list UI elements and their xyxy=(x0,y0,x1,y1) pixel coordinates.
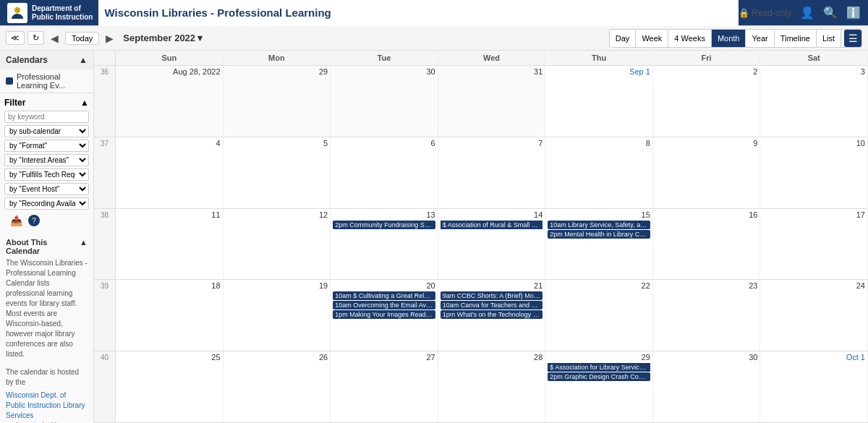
calendar-toolbar: ≪ ↻ ◀ Today ▶ September 2022 ▾ Day Week … xyxy=(0,26,868,51)
view-timeline-button[interactable]: Timeline xyxy=(775,30,817,47)
day-number: 27 xyxy=(333,353,435,362)
calendar-day[interactable]: 16 xyxy=(653,209,761,280)
user-icon-button[interactable]: 👤 xyxy=(800,6,814,20)
event-chip[interactable]: 2pm Community Fundraising Success Storie xyxy=(333,221,435,229)
info-icon-button[interactable]: ℹ️ xyxy=(846,6,861,20)
recording-select[interactable]: by "Recording Available" xyxy=(4,197,89,210)
col-mon: Mon xyxy=(224,51,331,65)
calendar-day[interactable]: 4 xyxy=(116,137,224,208)
calendar-day[interactable]: 2010am $ Cultivating a Great Relationshi… xyxy=(331,280,438,351)
week-number: 38 xyxy=(94,209,116,280)
calendar-day[interactable]: 18 xyxy=(116,280,224,351)
day-number: 18 xyxy=(118,281,221,290)
calendar-day[interactable]: 19 xyxy=(224,280,331,351)
calendar-day[interactable]: 219am CCBC Shorts: A (Brief) Monthly Loo… xyxy=(438,280,546,351)
calendar-day[interactable]: 30 xyxy=(653,351,761,422)
view-week-button[interactable]: Week xyxy=(636,30,668,47)
calendar-day[interactable]: 27 xyxy=(331,351,438,422)
day-number: 9 xyxy=(655,139,758,148)
event-chip[interactable]: 9am CCBC Shorts: A (Brief) Monthly Look … xyxy=(441,291,543,300)
lock-icon: 🔒 xyxy=(739,8,749,18)
keyword-input[interactable] xyxy=(4,111,89,123)
calendar-day[interactable]: 8 xyxy=(545,137,653,208)
col-tue: Tue xyxy=(331,51,438,65)
day-number: 20 xyxy=(333,281,435,290)
event-chip[interactable]: 10am Canva for Teachers and Librarians (… xyxy=(441,301,543,309)
about-section: About This Calendar ▲ The Wisconsin Libr… xyxy=(0,234,93,423)
calendars-label: Calendars xyxy=(6,55,48,65)
calendar-day[interactable]: 26 xyxy=(224,351,331,422)
view-list-button[interactable]: List xyxy=(817,30,841,47)
calendars-header[interactable]: Calendars ▲ xyxy=(0,51,93,69)
calendar-day[interactable]: 31 xyxy=(438,66,546,137)
event-chip[interactable]: 10am $ Cultivating a Great Relationship … xyxy=(333,291,435,300)
calendar-day[interactable]: 29$ Association for Library Service to C… xyxy=(545,351,653,422)
header-actions: 🔒 Read-only 👤 🔍 ℹ️ xyxy=(739,6,861,20)
calendar-day[interactable]: 14$ Association of Rural & Small Librari… xyxy=(438,209,546,280)
calendar-day[interactable]: 132pm Community Fundraising Success Stor… xyxy=(331,209,438,280)
format-select[interactable]: by "Format" xyxy=(4,140,89,152)
event-chip[interactable]: $ Association for Library Service to Chi… xyxy=(548,363,650,372)
svg-point-0 xyxy=(14,7,20,13)
calendar-day[interactable]: 23 xyxy=(653,280,761,351)
search-icon-button[interactable]: 🔍 xyxy=(823,6,838,20)
calendar-day[interactable]: 11 xyxy=(116,209,224,280)
calendar-day[interactable]: 17 xyxy=(760,209,868,280)
view-year-button[interactable]: Year xyxy=(746,30,774,47)
view-month-button[interactable]: Month xyxy=(712,30,746,47)
refresh-button[interactable]: ↻ xyxy=(27,31,44,45)
fulfills-select[interactable]: by "Fulfills Tech Require..." xyxy=(4,168,89,181)
about-header[interactable]: About This Calendar ▲ xyxy=(6,238,88,255)
calendar-day[interactable]: 7 xyxy=(438,137,546,208)
month-year-label[interactable]: September 2022 ▾ xyxy=(123,33,203,43)
view-day-button[interactable]: Day xyxy=(610,30,637,47)
event-chip[interactable]: 2pm Graphic Design Crash Course webinar xyxy=(548,372,650,381)
day-number: 3 xyxy=(762,67,865,76)
calendar-day[interactable]: 2 xyxy=(653,66,761,137)
event-chip[interactable]: 10am Library Service, Safety, and Securi… xyxy=(548,221,650,229)
calendar-day[interactable]: 9 xyxy=(653,137,761,208)
calendar-day[interactable]: 6 xyxy=(331,137,438,208)
view-buttons-group: Day Week 4 Weeks Month Year Timeline Lis… xyxy=(609,29,862,48)
view-4weeks-button[interactable]: 4 Weeks xyxy=(668,30,712,47)
chevron-up-icon: ▲ xyxy=(79,55,88,65)
day-number: 12 xyxy=(226,210,328,219)
event-host-select[interactable]: by "Event Host" xyxy=(4,183,89,195)
prev-button[interactable]: ◀ xyxy=(47,31,62,46)
interest-select[interactable]: by "Interest Areas" xyxy=(4,154,89,166)
help-icon-button[interactable]: ? xyxy=(28,215,40,226)
chevron-up-icon-filter: ▲ xyxy=(80,98,89,108)
calendar-day[interactable]: Aug 28, 2022 xyxy=(116,66,224,137)
event-chip[interactable]: 2pm Mental Health in Library Customer In… xyxy=(548,230,650,239)
filter-header[interactable]: Filter ▲ xyxy=(4,98,89,108)
calendar-item[interactable]: Professional Learning Ev... xyxy=(0,69,93,93)
event-chip[interactable]: 1pm Making Your Images Ready for the Web xyxy=(333,310,435,319)
calendar-day[interactable]: 12 xyxy=(224,209,331,280)
col-sun: Sun xyxy=(116,51,224,65)
calendar-day[interactable]: Oct 1 xyxy=(760,351,868,422)
wdpi-link[interactable]: Wisconsin Dept. of Public Instruction Li… xyxy=(6,390,88,421)
calendar-day[interactable]: 22 xyxy=(545,280,653,351)
day-number: 10 xyxy=(762,139,865,148)
calendar-day[interactable]: 5 xyxy=(224,137,331,208)
today-button[interactable]: Today xyxy=(65,32,99,45)
event-chip[interactable]: 10am Overcoming the Email Avalanche: Thr… xyxy=(333,301,435,309)
calendar-day[interactable]: 25 xyxy=(116,351,224,422)
menu-button[interactable]: ☰ xyxy=(844,30,861,47)
event-chip[interactable]: $ Association of Rural & Small Libraries… xyxy=(441,221,543,229)
calendar-day[interactable]: 30 xyxy=(331,66,438,137)
week-number: 36 xyxy=(94,66,116,137)
calendar-day[interactable]: 24 xyxy=(760,280,868,351)
next-button[interactable]: ▶ xyxy=(102,31,117,46)
calendar-day[interactable]: Sep 1 xyxy=(545,66,653,137)
sub-calendar-select[interactable]: by sub-calendar xyxy=(4,125,89,137)
export-icon-button[interactable]: 📤 xyxy=(10,215,22,226)
event-chip[interactable]: 1pm What's on the Technology Horizon for… xyxy=(441,310,543,319)
calendar-day[interactable]: 29 xyxy=(224,66,331,137)
collapse-sidebar-button[interactable]: ≪ xyxy=(6,31,25,45)
calendar-day[interactable]: 1510am Library Service, Safety, and Secu… xyxy=(545,209,653,280)
calendar-day[interactable]: 10 xyxy=(760,137,868,208)
calendar-day[interactable]: 28 xyxy=(438,351,546,422)
calendar-day[interactable]: 3 xyxy=(760,66,868,137)
calendar-color-dot xyxy=(6,77,13,85)
